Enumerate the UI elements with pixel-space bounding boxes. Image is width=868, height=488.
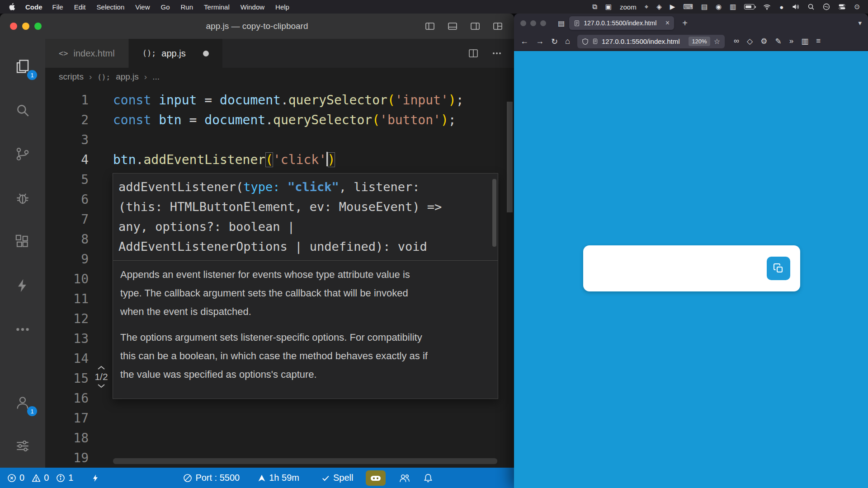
accounts-status[interactable]: [399, 473, 410, 483]
extension-icon[interactable]: ◇: [747, 37, 753, 46]
source-control-icon[interactable]: [0, 132, 45, 176]
line-number-9[interactable]: 9: [45, 249, 99, 269]
volume-icon[interactable]: [792, 3, 799, 10]
breadcrumb-file[interactable]: app.js: [116, 72, 139, 82]
line-number-8[interactable]: 8: [45, 230, 99, 249]
home-button[interactable]: ⌂: [565, 37, 570, 47]
code-editor[interactable]: 12345678910111213141516171819 const inpu…: [45, 86, 514, 468]
record-dot-icon[interactable]: ●: [779, 3, 783, 11]
page-info-icon[interactable]: [592, 38, 598, 45]
url-text[interactable]: 127.0.0.1:5500/index.html: [602, 38, 685, 45]
menu-help[interactable]: Help: [275, 3, 289, 11]
line-number-18[interactable]: 18: [45, 428, 99, 448]
editor-scrollbar[interactable]: [505, 86, 514, 468]
browser-tab[interactable]: 127.0.0.1:5500/index.html ×: [569, 16, 674, 30]
address-bar[interactable]: 127.0.0.1:5500/index.html 120% ☆: [577, 35, 725, 48]
breadcrumb-symbol[interactable]: ...: [152, 72, 160, 82]
menu-terminal[interactable]: Terminal: [204, 3, 230, 11]
screen-mirroring-icon[interactable]: ⧉: [592, 3, 597, 11]
line-number-3[interactable]: 3: [45, 130, 99, 150]
new-tab-button[interactable]: +: [682, 18, 688, 28]
line-number-10[interactable]: 10: [45, 269, 99, 289]
editor-horizontal-scrollbar[interactable]: [113, 458, 497, 464]
previous-overload-icon[interactable]: [97, 365, 105, 371]
tools-icon[interactable]: ⚙: [760, 37, 767, 46]
next-overload-icon[interactable]: [97, 383, 105, 389]
popup-scrollbar[interactable]: [492, 179, 496, 247]
battery-icon[interactable]: [744, 4, 755, 9]
zoom-level-badge[interactable]: 120%: [689, 37, 710, 46]
video-camera-icon[interactable]: ▣: [605, 3, 612, 11]
spotlight-icon[interactable]: [807, 3, 815, 10]
mouse-icon[interactable]: ⌖: [645, 3, 648, 11]
text-input[interactable]: [592, 253, 750, 283]
code-line-1[interactable]: const input = document.querySelector('in…: [113, 90, 500, 110]
toggle-sidebar-icon[interactable]: [425, 21, 435, 32]
password-manager-icon[interactable]: ∞: [734, 37, 739, 46]
minimize-window-button[interactable]: [22, 23, 29, 30]
app-menu-icon[interactable]: ≡: [816, 37, 821, 46]
maximize-window-button[interactable]: [34, 23, 42, 30]
line-number-13[interactable]: 13: [45, 329, 99, 349]
code-line-3[interactable]: [113, 130, 500, 150]
line-number-2[interactable]: 2: [45, 110, 99, 130]
line-number-11[interactable]: 11: [45, 289, 99, 309]
thunder-client-icon[interactable]: [0, 263, 45, 307]
siri-icon[interactable]: [823, 3, 830, 10]
close-tab-icon[interactable]: ×: [665, 19, 670, 27]
maximize-window-button[interactable]: [540, 20, 546, 26]
menu-run[interactable]: Run: [181, 3, 193, 11]
line-number-4[interactable]: 4: [45, 150, 99, 170]
explorer-icon[interactable]: 1: [0, 44, 45, 88]
app-menu-code[interactable]: Code: [25, 3, 42, 11]
control-center-icon[interactable]: [838, 3, 846, 10]
overflow-menu-icon[interactable]: »: [789, 37, 793, 46]
line-number-12[interactable]: 12: [45, 309, 99, 329]
toggle-panel-icon[interactable]: [447, 21, 458, 32]
code-line-18[interactable]: [113, 428, 500, 448]
clock-icon[interactable]: ⊙: [854, 3, 860, 11]
settings-icon[interactable]: [0, 424, 45, 468]
forward-button[interactable]: →: [536, 37, 544, 47]
unsaved-changes-dot[interactable]: [203, 51, 209, 56]
reload-button[interactable]: ↻: [551, 37, 558, 47]
list-all-tabs-icon[interactable]: ▾: [858, 19, 862, 27]
editor-more-actions-icon[interactable]: [491, 48, 502, 59]
firefox-view-icon[interactable]: ▤: [558, 19, 565, 28]
menu-selection[interactable]: Selection: [97, 3, 125, 11]
warnings-indicator[interactable]: 0: [32, 473, 49, 483]
code-line-4[interactable]: btn.addEventListener('click'): [113, 150, 500, 170]
bookmark-star-icon[interactable]: ☆: [714, 37, 720, 46]
zoom-label[interactable]: zoom: [620, 3, 637, 11]
info-indicator[interactable]: 1: [56, 473, 73, 483]
keyboard-icon[interactable]: ⌨: [683, 3, 693, 11]
sidebar-icon[interactable]: ▥: [801, 37, 808, 46]
customize-layout-icon[interactable]: [492, 21, 503, 32]
line-number-7[interactable]: 7: [45, 210, 99, 230]
clipboard-icon[interactable]: ▤: [701, 3, 708, 11]
copilot-status[interactable]: [366, 470, 386, 486]
line-number-19[interactable]: 19: [45, 448, 99, 468]
toggle-secondary-sidebar-icon[interactable]: [470, 21, 481, 32]
play-icon[interactable]: ▶: [670, 3, 675, 11]
vscode-title-bar[interactable]: app.js — copy-to-clipboard: [0, 14, 514, 39]
minimize-window-button[interactable]: [530, 20, 536, 26]
tab-index-html[interactable]: <> index.html: [45, 39, 129, 68]
line-number-5[interactable]: 5: [45, 170, 99, 190]
close-window-button[interactable]: [520, 20, 526, 26]
menu-file[interactable]: File: [52, 3, 63, 11]
line-number-16[interactable]: 16: [45, 389, 99, 408]
line-number-1[interactable]: 1: [45, 90, 99, 110]
apple-menu-icon[interactable]: [8, 3, 15, 11]
notifications[interactable]: [424, 473, 433, 483]
accounts-icon[interactable]: 1: [0, 381, 45, 424]
live-server-port[interactable]: Port : 5500: [183, 473, 240, 483]
window-manager-icon[interactable]: ▥: [730, 3, 736, 11]
more-views-icon[interactable]: [0, 307, 45, 351]
breadcrumb-folder[interactable]: scripts: [59, 72, 84, 82]
spell-checker[interactable]: Spell: [321, 473, 353, 483]
code-line-2[interactable]: const btn = document.querySelector('butt…: [113, 110, 500, 130]
menu-view[interactable]: View: [135, 3, 150, 11]
scrollbar-thumb[interactable]: [507, 102, 513, 212]
run-debug-icon[interactable]: [0, 176, 45, 220]
